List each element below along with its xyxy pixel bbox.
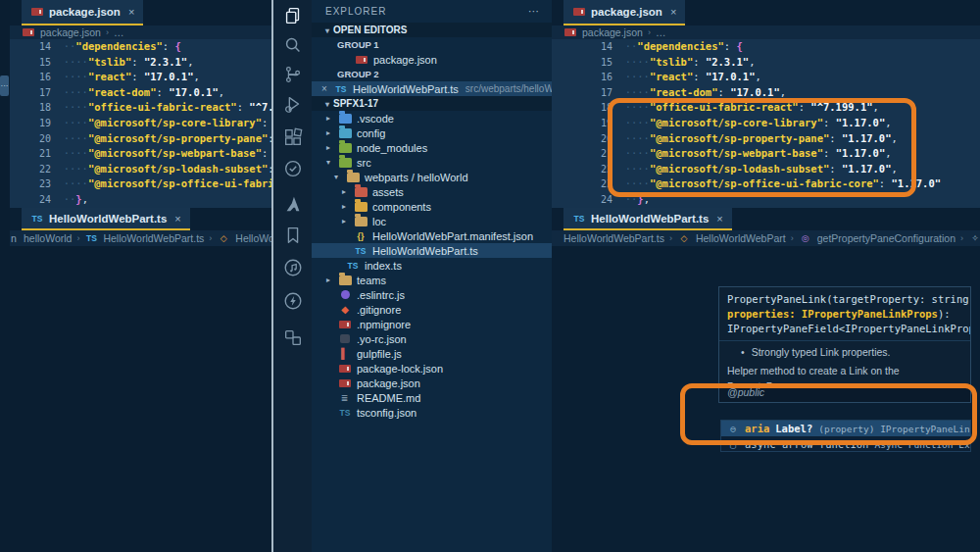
open-editor-item-HelloWorldWebPart.ts[interactable]: ×TSHelloWorldWebPart.tssrc/webparts/hell…	[312, 81, 552, 96]
tab-package.json[interactable]: package.json×	[564, 0, 685, 25]
code-line[interactable]: 24 ··},	[552, 192, 980, 208]
tree-item-index.ts[interactable]: TSindex.ts	[312, 258, 552, 273]
breadcrumb-item[interactable]: …	[114, 26, 124, 38]
fold-indicator[interactable]: ···	[0, 75, 9, 96]
code-line[interactable]: 18 ····"office-ui-fabric-react": "^7.199…	[552, 100, 980, 116]
breadcrumb-item[interactable]: HelloWorldWebPart	[235, 232, 272, 244]
suggest-item[interactable]: ▢async arrow functionAsync Function Expr…	[721, 436, 970, 452]
breadcrumb-item[interactable]: getPropertyPaneConfiguration	[817, 232, 956, 244]
code-line[interactable]: 17 ····"react-dom": "17.0.1",	[552, 85, 980, 101]
bookmarks-icon[interactable]	[282, 225, 304, 246]
chevron-right-icon[interactable]: ▸	[323, 143, 333, 152]
tab-close-icon[interactable]: ×	[128, 6, 134, 18]
audio-circle-icon[interactable]	[282, 257, 304, 278]
close-icon[interactable]: ×	[319, 83, 329, 94]
code-line[interactable]: 14 ··"dependencies": {	[10, 39, 272, 55]
project-header[interactable]: ▾SPFX1-17	[312, 96, 552, 111]
code-line[interactable]: 21 ····"@microsoft/sp-webpart-base": "1.…	[10, 146, 272, 162]
breadcrumb-item[interactable]: package.json	[40, 26, 101, 38]
breadcrumb-item[interactable]: …	[656, 26, 666, 38]
tree-item-node_modules[interactable]: ▸node_modules	[312, 140, 552, 155]
extensions-icon[interactable]	[282, 126, 304, 148]
code-line[interactable]: 21 ····"@microsoft/sp-webpart-base": "1.…	[552, 146, 980, 162]
suggest-item[interactable]: ⊖ariaLabel?(property) IPropertyPaneLinkP…	[721, 421, 970, 436]
tree-item-.vscode[interactable]: ▸.vscode	[312, 111, 552, 125]
thunder-client-icon[interactable]	[282, 290, 304, 312]
code-line[interactable]: 23 ····"@microsoft/sp-office-ui-fabric-c…	[10, 176, 272, 192]
code-line[interactable]: 20 ····"@microsoft/sp-property-pane": "1…	[10, 131, 272, 147]
breadcrumb-item[interactable]: HelloWorldWebPart.ts	[564, 232, 664, 244]
breadcrumb: nhelloWorld›TSHelloWorldWebPart.ts›◇Hell…	[10, 230, 272, 246]
sidebar-actions-icon[interactable]: ⋯	[528, 0, 540, 23]
tab-HelloWorldWebPart.ts[interactable]: TSHelloWorldWebPart.ts×	[564, 208, 732, 230]
tree-item-assets[interactable]: ▸assets	[312, 184, 552, 199]
tree-item-HelloWorldWebPart.manifest.json[interactable]: {}HelloWorldWebPart.manifest.json	[312, 228, 552, 243]
breadcrumb-item[interactable]: HelloWorldWebPart.ts	[103, 232, 204, 244]
open-editors-header[interactable]: ▾OPEN EDITORS	[312, 23, 552, 37]
code-line[interactable]: 16 ····"react": "17.0.1",	[10, 70, 272, 85]
remote-explorer-icon[interactable]	[282, 326, 304, 348]
chevron-right-icon[interactable]: ▸	[339, 202, 349, 211]
code-line[interactable]: 15 ····"tslib": "2.3.1",	[552, 55, 980, 71]
code-line[interactable]: 22 ····"@microsoft/sp-lodash-subset": "1…	[552, 162, 980, 177]
chevron-right-icon[interactable]: ▸	[323, 128, 333, 137]
code-line[interactable]: 14 ··"dependencies": {	[552, 39, 980, 55]
run-debug-icon[interactable]	[282, 93, 304, 115]
code-line[interactable]: 16 ····"react": "17.0.1",	[552, 70, 980, 85]
tree-item-gulpfile.js[interactable]: ▍gulpfile.js	[312, 346, 552, 361]
code-line[interactable]: 18 ····"office-ui-fabric-react": "^7.199…	[10, 100, 272, 116]
class-icon: ◇	[677, 232, 691, 244]
azure-icon[interactable]	[282, 193, 304, 215]
open-editor-item-package.json[interactable]: package.json	[312, 52, 552, 67]
tree-item-package-lock.json[interactable]: package-lock.json	[312, 361, 552, 376]
tree-item-.npmignore[interactable]: .npmignore	[312, 317, 552, 331]
tree-item-webparts / helloWorld[interactable]: ▾webparts / helloWorld	[312, 170, 552, 184]
code-token: "@microsoft/sp-webpart-base"	[650, 147, 823, 159]
code-line[interactable]: 19 ····"@microsoft/sp-core-library": "1.…	[552, 116, 980, 131]
testing-icon[interactable]	[282, 158, 304, 179]
tree-item-teams[interactable]: ▸teams	[312, 273, 552, 287]
breadcrumb-item[interactable]: helloWorld	[24, 232, 72, 244]
code-token: "@microsoft/sp-core-library"	[88, 117, 262, 128]
tree-item-src[interactable]: ▾src	[312, 155, 552, 170]
tree-item-.gitignore[interactable]: ◆.gitignore	[312, 302, 552, 317]
line-number: 22	[10, 162, 51, 177]
tree-item-config[interactable]: ▸config	[312, 125, 552, 140]
code-line[interactable]: 17 ····"react-dom": "17.0.1",	[10, 85, 272, 101]
tree-item-tsconfig.json[interactable]: TStsconfig.json	[312, 405, 552, 420]
hover-tag-public: @public	[719, 383, 970, 402]
tab-HelloWorldWebPart.ts[interactable]: TSHelloWorldWebPart.ts×	[22, 208, 190, 230]
search-icon[interactable]	[282, 34, 304, 56]
tab-close-icon[interactable]: ×	[174, 213, 180, 225]
line-number: 18	[10, 100, 51, 116]
chevron-down-icon[interactable]: ▾	[331, 173, 341, 181]
chevron-right-icon[interactable]: ▸	[323, 114, 333, 123]
tree-item-package.json[interactable]: package.json	[312, 376, 552, 390]
code-line[interactable]: 19 ····"@microsoft/sp-core-library": "1.…	[10, 116, 272, 131]
explorer-icon[interactable]	[282, 5, 304, 26]
tab-close-icon[interactable]: ×	[716, 213, 722, 225]
code-area[interactable]: 14 ··"dependencies": {15 ····"tslib": "2…	[10, 39, 272, 208]
chevron-right-icon[interactable]: ▸	[339, 217, 349, 226]
tree-item-loc[interactable]: ▸loc	[312, 214, 552, 228]
chevron-down-icon[interactable]: ▾	[323, 158, 333, 167]
tree-item-.eslintrc.js[interactable]: .eslintrc.js	[312, 287, 552, 302]
code-line[interactable]: 15 ····"tslib": "2.3.1",	[10, 55, 272, 71]
tab-package.json[interactable]: package.json×	[22, 0, 143, 25]
breadcrumb-item[interactable]: HelloWorldWebPart	[696, 232, 786, 244]
code-line[interactable]: 24 ··},	[10, 192, 272, 208]
code-area[interactable]: 14 ··"dependencies": {15 ····"tslib": "2…	[552, 39, 980, 208]
tab-close-icon[interactable]: ×	[670, 6, 676, 18]
breadcrumb-item[interactable]: package.json	[582, 26, 643, 38]
code-line[interactable]: 22 ····"@microsoft/sp-lodash-subset": "1…	[10, 162, 272, 177]
code-line[interactable]: 23 ····"@microsoft/sp-office-ui-fabric-c…	[552, 176, 980, 192]
tree-item-HelloWorldWebPart.ts[interactable]: TSHelloWorldWebPart.ts	[312, 243, 552, 258]
tree-item-components[interactable]: ▸components	[312, 199, 552, 214]
tree-item-.yo-rc.json[interactable]: .yo-rc.json	[312, 331, 552, 346]
chevron-right-icon[interactable]: ▸	[339, 187, 349, 196]
chevron-right-icon[interactable]: ▸	[323, 276, 333, 284]
source-control-icon[interactable]	[282, 64, 304, 85]
code-line[interactable]: 20 ····"@microsoft/sp-property-pane": "1…	[552, 131, 980, 147]
tree-item-name: config	[357, 127, 385, 139]
tree-item-README.md[interactable]: ≣README.md	[312, 390, 552, 405]
